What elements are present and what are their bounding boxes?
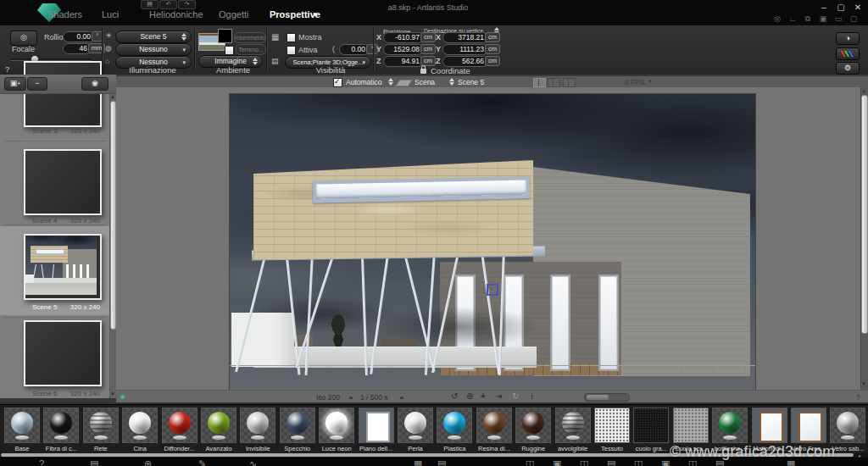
- dock-icon[interactable]: ∿: [249, 458, 257, 466]
- render-preview[interactable]: [229, 93, 756, 393]
- shader-item[interactable]: Perla: [397, 408, 434, 452]
- prospettive-caret-icon[interactable]: ▼: [312, 11, 319, 19]
- duplicate-view-icon[interactable]: ⧉: [802, 14, 814, 24]
- dock-icon[interactable]: ◫: [580, 458, 588, 466]
- single-view-icon[interactable]: [533, 78, 546, 87]
- display-icon[interactable]: ▢: [848, 14, 860, 23]
- close-button[interactable]: ✕: [851, 3, 865, 12]
- visibility-eye-button[interactable]: ◉: [81, 77, 108, 91]
- destination-x-input[interactable]: 3718.21: [442, 32, 488, 43]
- shader-item[interactable]: avvolgibile: [554, 408, 592, 452]
- quad-view-icon[interactable]: [548, 78, 560, 87]
- viewport-scrollbar-thumb[interactable]: [861, 95, 868, 334]
- dock-icon[interactable]: ✎: [198, 458, 206, 466]
- shader-item[interactable]: Diffonder...: [161, 408, 198, 452]
- scroll-up-icon[interactable]: ▲: [109, 94, 116, 99]
- crop-icon[interactable]: ▭: [832, 14, 844, 23]
- position-y-input[interactable]: 1529.08: [383, 44, 424, 55]
- camera-button[interactable]: ◎: [10, 31, 37, 46]
- scene-thumbnail[interactable]: [24, 149, 102, 215]
- display-mode-select[interactable]: Scena: [415, 78, 435, 86]
- dock-icon[interactable]: ▣: [661, 458, 670, 466]
- scroll-down-icon[interactable]: ▼: [109, 391, 116, 397]
- shutter-stepper-icon[interactable]: [399, 396, 404, 399]
- undo-icon[interactable]: ↶: [159, 0, 177, 9]
- sidebar-scrollbar-thumb[interactable]: [110, 101, 116, 330]
- position-z-input[interactable]: 94.91: [383, 56, 424, 67]
- scene-thumbnail[interactable]: [24, 320, 102, 386]
- destination-y-input[interactable]: 1111.23: [442, 44, 488, 55]
- preferences-button[interactable]: ⚙: [836, 62, 860, 75]
- dock-icon[interactable]: ◫: [634, 458, 643, 466]
- focale-input[interactable]: 46: [63, 43, 92, 54]
- pan-icon[interactable]: +: [481, 391, 486, 401]
- scene-select[interactable]: Scene 5: [458, 78, 484, 86]
- help-icon[interactable]: ?: [5, 65, 9, 74]
- help-icon[interactable]: ?: [856, 393, 860, 402]
- exit-tool-icon[interactable]: ⇥: [495, 391, 502, 401]
- terreno-button[interactable]: Terreno...: [236, 44, 266, 55]
- redo-icon[interactable]: ↷: [178, 0, 196, 9]
- heliodon-select[interactable]: Scene 5: [115, 31, 192, 43]
- dock-icon[interactable]: ◫: [526, 458, 534, 466]
- shader-item[interactable]: Base: [3, 408, 41, 452]
- dock-icon[interactable]: ⊕: [144, 458, 152, 466]
- shader-item[interactable]: Avanzato: [200, 408, 237, 452]
- inserimento-button[interactable]: Inserimento...: [234, 32, 266, 43]
- lights-select[interactable]: Nessuno▾: [115, 43, 192, 56]
- attiva-checkbox[interactable]: [287, 46, 296, 55]
- refresh-icon[interactable]: ↻: [512, 391, 519, 401]
- foreground-swatch[interactable]: [218, 29, 232, 43]
- position-x-input[interactable]: -610.97: [383, 32, 424, 43]
- iso-value[interactable]: Iso 200: [316, 393, 340, 402]
- quality-slider-thumb[interactable]: [587, 395, 609, 400]
- scene-thumbnail-selected[interactable]: [24, 234, 102, 300]
- automatico-checkbox[interactable]: [333, 78, 342, 87]
- quality-slider[interactable]: [584, 393, 630, 402]
- mostra-checkbox[interactable]: [287, 33, 296, 42]
- menu-luci[interactable]: Luci: [102, 9, 119, 19]
- shader-item[interactable]: cuoio gra...: [632, 408, 670, 452]
- menu-oggetti[interactable]: Oggetti: [219, 9, 248, 19]
- shader-item[interactable]: Tessuto: [593, 408, 631, 452]
- add-camera-button[interactable]: ▣+: [4, 77, 26, 91]
- shutter-value[interactable]: 1 / 500 s: [360, 393, 388, 402]
- lock-icon[interactable]: [420, 69, 426, 74]
- scroll-up-icon[interactable]: ▲: [860, 88, 867, 93]
- updown-arrows-icon[interactable]: [387, 78, 393, 86]
- minimize-button[interactable]: –: [817, 3, 831, 12]
- dock-icon[interactable]: ▦: [414, 458, 422, 466]
- iso-stepper-icon[interactable]: [348, 396, 353, 399]
- dock-icon[interactable]: ▤: [437, 458, 446, 466]
- shader-item[interactable]: Luce neon: [318, 408, 355, 452]
- fps-caret-icon[interactable]: ▾: [648, 78, 652, 85]
- shader-item[interactable]: Piano dell...: [358, 408, 395, 452]
- render-settings-button[interactable]: [836, 47, 860, 60]
- maximize-button[interactable]: ▢: [834, 3, 848, 12]
- save-icon[interactable]: ▤: [141, 0, 159, 9]
- undo-view-icon[interactable]: ↺: [451, 391, 458, 401]
- rollio-input[interactable]: 0.00: [63, 31, 95, 42]
- shader-item[interactable]: Fibra di c...: [42, 408, 80, 452]
- dock-icon[interactable]: ▤: [90, 458, 98, 466]
- corner-tool-icon[interactable]: ∟: [787, 14, 798, 23]
- shader-item[interactable]: Resina di...: [476, 408, 513, 452]
- angle-input[interactable]: 0.00: [339, 44, 370, 55]
- shader-item[interactable]: Rete: [82, 408, 120, 452]
- terreno-checkbox[interactable]: [225, 46, 234, 55]
- tone-settings-button[interactable]: ◑: [836, 32, 860, 45]
- dock-icon[interactable]: ▣: [553, 458, 561, 466]
- menu-shaders[interactable]: Shaders: [47, 9, 82, 19]
- shader-item[interactable]: Plastica: [436, 408, 473, 452]
- shader-item[interactable]: Invisibile: [239, 408, 276, 452]
- shader-item[interactable]: Cina: [121, 408, 159, 452]
- dock-icon[interactable]: ?: [39, 458, 44, 466]
- scroll-down-icon[interactable]: ▼: [860, 381, 867, 386]
- zoom-icon[interactable]: ⊕: [466, 391, 473, 401]
- scene-thumbnail[interactable]: [24, 61, 102, 127]
- remove-camera-button[interactable]: −: [27, 77, 47, 91]
- updown-arrows-icon[interactable]: [448, 78, 454, 86]
- snapshot-icon[interactable]: ▣: [817, 14, 829, 23]
- info-icon[interactable]: ◎: [771, 14, 783, 23]
- menu-heliodoniche[interactable]: Heliodoniche: [149, 9, 203, 19]
